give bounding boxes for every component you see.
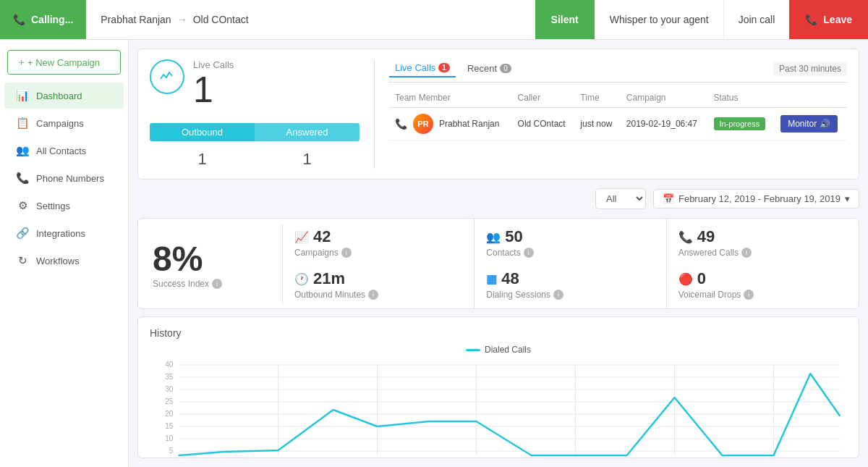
- minutes-stat-icon: 🕐: [294, 272, 309, 286]
- campaigns-info-icon[interactable]: i: [341, 248, 352, 258]
- svg-text:15: 15: [165, 422, 174, 430]
- phone-numbers-icon: 📞: [16, 172, 29, 185]
- stat-outbound-minutes: 🕐 21m Outbound Minutes i: [294, 269, 462, 300]
- filter-select[interactable]: All: [595, 188, 646, 209]
- col-action: [775, 88, 847, 108]
- sidebar-item-all-contacts[interactable]: 👥 All Contacts: [4, 138, 124, 164]
- success-info-icon[interactable]: i: [212, 279, 222, 289]
- tab-recent[interactable]: Recent 0: [461, 60, 517, 77]
- answered-bar: Answered: [255, 123, 359, 141]
- stat-answered-calls: 📞 49 Answered Calls i: [678, 227, 847, 258]
- svg-text:40: 40: [165, 361, 174, 369]
- col-campaign: Campaign: [621, 88, 708, 108]
- cell-caller: Old COntact: [512, 108, 575, 140]
- contacts-info-icon[interactable]: i: [524, 248, 534, 258]
- stat-dialing-sessions: ▦ 48 Dialing Sessions i: [486, 269, 654, 300]
- settings-icon: ⚙: [16, 199, 29, 212]
- new-campaign-button[interactable]: ＋ + New Campaign: [7, 50, 121, 75]
- call-status-icon: 📞: [395, 118, 407, 130]
- date-picker[interactable]: 📅 February 12, 2019 - February 19, 2019 …: [653, 189, 859, 209]
- live-calls-table-area: Live Calls 1 Recent 0 Past 30 minutes Te…: [389, 59, 847, 169]
- stats-col-3: 📞 49 Answered Calls i 🔴 0 Voicemail Drop…: [667, 219, 859, 308]
- sessions-info-icon[interactable]: i: [553, 290, 563, 300]
- phone-icon: 📞: [13, 14, 25, 25]
- stat-campaigns: 📈 42 Campaigns i: [294, 227, 462, 258]
- stats-filter-row: All 📅 February 12, 2019 - February 19, 2…: [137, 187, 859, 211]
- chart-area: 40 35 30 25 20 15 10 5: [150, 358, 847, 467]
- join-call-button[interactable]: Join call: [723, 0, 790, 39]
- success-percent: 8%: [153, 239, 203, 279]
- calendar-icon: 📅: [663, 193, 674, 204]
- outbound-count: 1: [150, 150, 255, 169]
- live-calls-summary: Live Calls 1 Outbound Answered 1 1: [150, 59, 359, 169]
- call-route: Prabhat Ranjan → Old COntact: [86, 14, 535, 25]
- divider: [374, 59, 375, 169]
- route-arrow: →: [177, 14, 187, 25]
- sidebar-item-settings[interactable]: ⚙ Settings: [4, 193, 124, 219]
- dashboard-icon: 📊: [16, 89, 29, 102]
- tab-live-calls[interactable]: Live Calls 1: [389, 59, 456, 77]
- chevron-down-icon: ▾: [845, 193, 850, 204]
- stat-voicemail-drops: 🔴 0 Voicemail Drops i: [678, 269, 847, 300]
- live-calls-title: Live Calls: [193, 59, 234, 70]
- stats-col-2: 👥 50 Contacts i ▦ 48 Dialing Sessions: [475, 219, 666, 308]
- svg-text:30: 30: [165, 385, 174, 393]
- legend-line: [466, 349, 480, 351]
- voicemail-info-icon[interactable]: i: [744, 290, 754, 300]
- cell-time: just now: [574, 108, 620, 140]
- minutes-info-icon[interactable]: i: [368, 290, 378, 300]
- chart-legend: Dialed Calls: [150, 345, 847, 355]
- col-time: Time: [574, 88, 620, 108]
- app-layout: ＋ + New Campaign 📊 Dashboard 📋 Campaigns…: [0, 40, 868, 467]
- silent-button[interactable]: Silent: [535, 0, 595, 39]
- past-label: Past 30 minutes: [773, 62, 847, 76]
- sidebar-item-dashboard[interactable]: 📊 Dashboard: [4, 83, 124, 109]
- legend-label: Dialed Calls: [485, 345, 531, 355]
- integrations-icon: 🔗: [16, 227, 29, 240]
- answered-count: 1: [255, 150, 359, 169]
- svg-text:5: 5: [169, 447, 174, 455]
- leave-button[interactable]: 📞 Leave: [789, 0, 868, 39]
- topbar: 📞 Calling... Prabhat Ranjan → Old COntac…: [0, 0, 868, 40]
- live-indicator: [150, 59, 184, 94]
- table-row: 📞 PR Prabhat Ranjan Old COntact just now…: [389, 108, 847, 140]
- sidebar-item-phone-numbers[interactable]: 📞 Phone Numbers: [4, 165, 124, 191]
- monitor-button[interactable]: Monitor 🔊: [780, 115, 837, 132]
- cell-action: Monitor 🔊: [775, 108, 847, 140]
- workflows-icon: ↻: [16, 254, 29, 267]
- stats-col-1: 📈 42 Campaigns i 🕐 21m Outbound Minutes: [283, 219, 475, 308]
- avatar: PR: [413, 114, 433, 134]
- voicemail-stat-icon: 🔴: [678, 272, 693, 286]
- live-calls-card: Live Calls 1 Outbound Answered 1 1: [137, 49, 859, 180]
- sidebar-item-integrations[interactable]: 🔗 Integrations: [4, 220, 124, 246]
- answered-info-icon[interactable]: i: [741, 248, 752, 258]
- plus-icon: ＋: [17, 56, 26, 69]
- history-title: History: [150, 327, 847, 339]
- live-calls-tabs: Live Calls 1 Recent 0 Past 30 minutes: [389, 59, 847, 83]
- svg-text:20: 20: [165, 410, 174, 418]
- campaigns-stat-icon: 📈: [294, 230, 309, 244]
- live-calls-bars: Outbound Answered: [150, 123, 359, 141]
- stat-contacts: 👥 50 Contacts i: [486, 227, 654, 258]
- calling-status[interactable]: 📞 Calling...: [0, 0, 86, 39]
- success-index-card: 8% Success Index i: [138, 224, 283, 303]
- line-chart: 40 35 30 25 20 15 10 5: [150, 358, 847, 459]
- leave-phone-icon: 📞: [805, 14, 817, 25]
- live-calls-table: Team Member Caller Time Campaign Status: [389, 88, 847, 140]
- svg-text:25: 25: [165, 397, 174, 405]
- stats-section: 8% Success Index i 📈 42 Campaigns i: [137, 218, 859, 309]
- col-status: Status: [708, 88, 775, 108]
- main-content: Live Calls 1 Outbound Answered 1 1: [129, 40, 868, 467]
- agent-name: Prabhat Ranjan: [101, 14, 171, 25]
- sessions-stat-icon: ▦: [486, 272, 497, 286]
- outbound-bar: Outbound: [150, 123, 255, 141]
- success-index-label: Success Index i: [153, 279, 222, 289]
- sidebar-item-workflows[interactable]: ↻ Workflows: [4, 248, 124, 274]
- whisper-button[interactable]: Whisper to your agent: [595, 0, 723, 39]
- recent-badge: 0: [500, 64, 511, 73]
- cell-campaign: 2019-02-19_06:47: [621, 108, 708, 140]
- live-calls-badge: 1: [438, 63, 450, 72]
- cell-status: In-progress: [708, 108, 775, 140]
- sidebar-item-campaigns[interactable]: 📋 Campaigns: [4, 110, 124, 136]
- svg-text:10: 10: [165, 434, 174, 442]
